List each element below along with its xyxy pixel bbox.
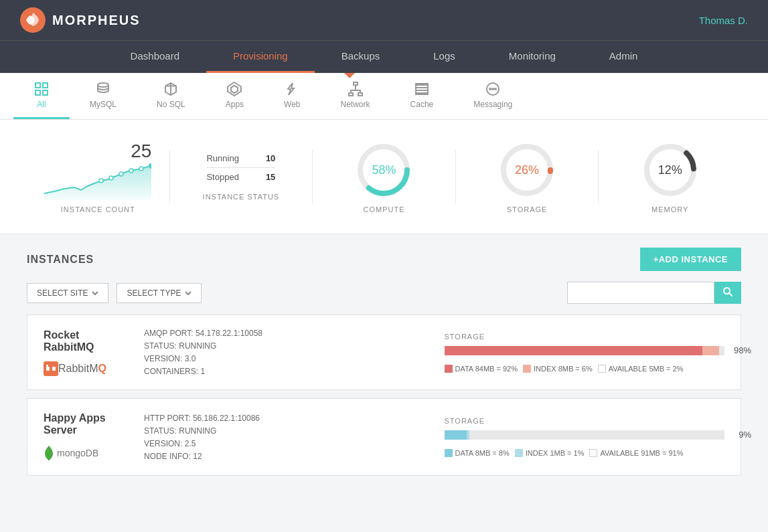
- svg-line-33: [729, 293, 732, 296]
- rabbitmq-amqp-port: AMQP PORT: 54.178.22.1:10058: [144, 329, 425, 338]
- svg-rect-34: [44, 361, 58, 376]
- memory-label: MEMORY: [651, 205, 688, 213]
- rabbitmq-storage-label: STORAGE: [445, 333, 725, 341]
- search-input[interactable]: [567, 282, 714, 304]
- legend-available: AVAILABLE 5MB = 2%: [598, 365, 684, 373]
- storage-label: STORAGE: [507, 205, 548, 213]
- rabbitmq-bar-data: [445, 346, 702, 355]
- instances-header: INSTANCES +ADD INSTANCE: [27, 248, 741, 271]
- running-count: 10: [266, 153, 275, 163]
- svg-point-17: [489, 88, 491, 90]
- svg-rect-37: [46, 365, 48, 367]
- instance-number: 25: [44, 141, 151, 162]
- instance-card-happyapps: Happy Apps Server mongoDB HTTP PORT: 56.…: [27, 398, 741, 476]
- stats-section: 25 INSTANCE COUNT: [0, 120, 768, 234]
- instances-filters: SELECT SITE SELECT TYPE: [27, 282, 741, 304]
- subnav-apps[interactable]: Apps: [206, 73, 264, 119]
- svg-marker-7: [231, 86, 238, 93]
- happyapps-status: STATUS: RUNNING: [144, 426, 425, 436]
- select-type-button[interactable]: SELECT TYPE: [117, 283, 202, 303]
- status-running-row: Running 10: [206, 153, 275, 168]
- svg-rect-4: [43, 90, 48, 95]
- subnav-nosql[interactable]: No SQL: [137, 73, 206, 119]
- compute-percent: 58%: [372, 163, 396, 177]
- subnav-mysql[interactable]: MySQL: [70, 73, 137, 119]
- network-icon: [348, 81, 364, 97]
- storage-percent: 26%: [515, 163, 539, 177]
- subnav-all[interactable]: All: [13, 73, 70, 119]
- happs-legend-index-dot: [515, 449, 523, 457]
- all-icon: [33, 81, 50, 97]
- happyapps-name: Happy Apps Server: [44, 412, 124, 436]
- subnav-web[interactable]: Web: [264, 73, 320, 119]
- happyapps-storage-percent: 9%: [739, 430, 751, 440]
- instance-status-block: Running 10 Stopped 15 INSTANCE STATUS: [170, 153, 313, 201]
- subnav-messaging[interactable]: Messaging: [453, 73, 532, 119]
- legend-data: DATA 84MB = 92%: [445, 365, 518, 373]
- rabbitmq-storage-bar-bg: [445, 346, 725, 355]
- messaging-icon: [485, 81, 501, 97]
- legend-data-dot: [445, 365, 453, 373]
- instance-logo-rabbitmq: Rocket RabbitMQ RabbitMQ: [44, 329, 124, 376]
- legend-available-checkbox: [598, 365, 606, 373]
- cache-icon: [414, 81, 430, 97]
- happyapps-storage-bar-bg: [445, 430, 725, 440]
- apps-icon: [226, 81, 242, 97]
- happs-legend-index: INDEX 1MB = 1%: [515, 449, 585, 457]
- svg-rect-9: [349, 93, 353, 96]
- subnav-cache[interactable]: Cache: [390, 73, 454, 119]
- svg-rect-10: [358, 93, 362, 96]
- svg-rect-3: [35, 90, 40, 95]
- logo-icon: [20, 7, 46, 33]
- happs-legend-available-checkbox: [589, 449, 597, 457]
- nav-logs[interactable]: Logs: [406, 41, 482, 73]
- happyapps-legend: DATA 8MB = 8% INDEX 1MB = 1% AVAILABLE 9…: [445, 449, 725, 457]
- search-button[interactable]: [714, 282, 741, 304]
- top-nav: MORPHEUS Thomas D.: [0, 0, 768, 40]
- svg-point-19: [495, 88, 496, 90]
- nav-monitoring[interactable]: Monitoring: [482, 41, 583, 73]
- subnav-network[interactable]: Network: [321, 73, 390, 119]
- nav-dashboard[interactable]: Dashboard: [104, 41, 206, 73]
- legend-index-dot: [523, 365, 531, 373]
- rabbitmq-logo-icon: [44, 361, 58, 376]
- svg-rect-36: [52, 367, 56, 371]
- svg-rect-8: [354, 82, 358, 85]
- user-name: Thomas D.: [699, 15, 748, 26]
- svg-point-24: [109, 176, 113, 180]
- instances-section: INSTANCES +ADD INSTANCE SELECT SITE SELE…: [0, 234, 768, 497]
- mongodb-logo: mongoDB: [44, 444, 124, 462]
- memory-block: 12% MEMORY: [599, 140, 741, 213]
- happyapps-details: HTTP PORT: 56.186.22.1:10086 STATUS: RUN…: [144, 414, 425, 461]
- happyapps-storage-label: STORAGE: [445, 417, 725, 425]
- legend-index: INDEX 8MB = 6%: [523, 365, 593, 373]
- select-site-button[interactable]: SELECT SITE: [27, 283, 108, 303]
- add-instance-button[interactable]: +ADD INSTANCE: [640, 248, 741, 271]
- nav-arrow: [344, 73, 355, 78]
- status-stopped-row: Stopped 15: [206, 172, 275, 182]
- nav-backups[interactable]: Backups: [315, 41, 407, 73]
- search-icon: [722, 286, 733, 297]
- instance-card-rabbitmq: Rocket RabbitMQ RabbitMQ AMQP PORT: 54.1…: [27, 315, 741, 390]
- nav-provisioning[interactable]: Provisioning: [206, 41, 315, 73]
- svg-point-25: [99, 179, 103, 183]
- svg-rect-38: [48, 458, 50, 460]
- logo-text: MORPHEUS: [52, 13, 141, 28]
- mongodb-leaf-icon: [44, 444, 54, 462]
- sub-nav: All MySQL No SQL Apps Web: [0, 73, 768, 120]
- memory-percent: 12%: [658, 163, 682, 177]
- rabbitmq-status: STATUS: RUNNING: [144, 341, 425, 351]
- rabbitmq-containers: CONTAINERS: 1: [144, 367, 425, 376]
- svg-point-22: [129, 169, 133, 173]
- rabbitmq-version: VERSION: 3.0: [144, 354, 425, 363]
- svg-rect-35: [46, 367, 50, 371]
- svg-point-5: [98, 83, 108, 87]
- happyapps-version: VERSION: 2.5: [144, 439, 425, 448]
- nav-admin[interactable]: Admin: [583, 41, 665, 73]
- happyapps-http-port: HTTP PORT: 56.186.22.1:10086: [144, 414, 425, 423]
- rabbitmq-name: Rocket RabbitMQ: [44, 329, 124, 353]
- rabbitmq-storage: STORAGE 98% DATA 84MB = 92% INDEX 8MB = …: [445, 333, 725, 373]
- search-wrap: [567, 282, 741, 304]
- rabbitmq-details: AMQP PORT: 54.178.22.1:10058 STATUS: RUN…: [144, 329, 425, 376]
- chevron-down-icon: [92, 290, 98, 296]
